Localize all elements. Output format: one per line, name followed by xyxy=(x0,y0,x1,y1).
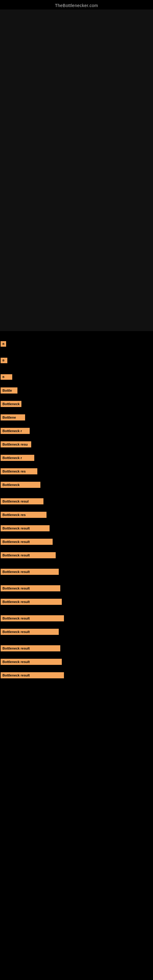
result-row: Bottleneck result xyxy=(0,549,153,562)
result-row: Bottleneck result xyxy=(0,612,153,625)
bottleneck-result-label: Bottleneck res xyxy=(1,468,37,474)
result-row: Bottle xyxy=(0,384,153,397)
bottleneck-result-label: Bottleneck result xyxy=(1,659,62,665)
bottleneck-result-label: Bottleneck r xyxy=(1,428,30,434)
bottleneck-result-label: Bottleneck result xyxy=(1,615,64,621)
result-row: Bottleneck resu xyxy=(0,438,153,451)
bottleneck-result-label: B xyxy=(1,358,7,363)
bottleneck-result-label: Bottle xyxy=(1,387,18,393)
bottleneck-result-label: Bottleneck result xyxy=(1,539,53,545)
spacer xyxy=(0,638,153,641)
spacer xyxy=(0,579,153,582)
bottleneck-result-label: Bottleneck result xyxy=(1,672,64,678)
spacer xyxy=(0,609,153,612)
bottleneck-result-label: B xyxy=(1,374,12,380)
result-row: Bottleneck res xyxy=(0,508,153,522)
bottleneck-result-label: Bottleneck res xyxy=(1,512,46,518)
bottleneck-result-label: Bottleneck result xyxy=(1,599,62,605)
page-wrapper: TheBottlenecker.com BBBBottleBottleneckB… xyxy=(0,0,153,685)
result-row: Bottlene xyxy=(0,411,153,424)
result-row: Bottleneck result xyxy=(0,582,153,595)
bottleneck-result-label: Bottleneck resul xyxy=(1,498,43,504)
result-row: B xyxy=(0,370,153,384)
spacer xyxy=(0,367,153,370)
result-row: B xyxy=(0,337,153,351)
result-row: Bottleneck xyxy=(0,478,153,492)
result-row: Bottleneck xyxy=(0,397,153,411)
result-row: Bottleneck result xyxy=(0,535,153,549)
results-area: BBBBottleBottleneckBottleneBottleneck rB… xyxy=(0,331,153,685)
spacer xyxy=(0,351,153,354)
result-row: Bottleneck result xyxy=(0,565,153,579)
bottleneck-result-label: B xyxy=(1,341,6,347)
result-row: Bottleneck result xyxy=(0,625,153,638)
bottleneck-result-label: Bottleneck r xyxy=(1,455,34,461)
site-header: TheBottlenecker.com xyxy=(0,0,153,10)
bottleneck-result-label: Bottleneck result xyxy=(1,569,59,575)
spacer xyxy=(0,492,153,495)
bottleneck-result-label: Bottleneck resu xyxy=(1,441,31,447)
result-row: Bottleneck result xyxy=(0,668,153,682)
bottleneck-result-label: Bottleneck result xyxy=(1,525,49,531)
result-row: Bottleneck result xyxy=(0,655,153,668)
result-row: Bottleneck result xyxy=(0,641,153,655)
result-row: Bottleneck result xyxy=(0,522,153,535)
result-row: Bottleneck result xyxy=(0,595,153,609)
bottleneck-result-label: Bottleneck result xyxy=(1,552,56,558)
result-row: B xyxy=(0,354,153,367)
spacer xyxy=(0,562,153,565)
result-row: Bottleneck resul xyxy=(0,495,153,508)
bottleneck-result-label: Bottleneck xyxy=(1,482,40,488)
bottleneck-result-label: Bottleneck result xyxy=(1,645,60,651)
bottleneck-result-label: Bottleneck result xyxy=(1,585,60,591)
bottleneck-result-label: Bottleneck xyxy=(1,401,21,407)
result-row: Bottleneck r xyxy=(0,424,153,438)
site-title-text: TheBottlenecker.com xyxy=(55,3,98,8)
bottleneck-result-label: Bottleneck result xyxy=(1,629,59,635)
result-row: Bottleneck res xyxy=(0,465,153,478)
result-row: Bottleneck r xyxy=(0,451,153,465)
chart-area xyxy=(0,10,153,331)
bottleneck-result-label: Bottlene xyxy=(1,414,25,420)
